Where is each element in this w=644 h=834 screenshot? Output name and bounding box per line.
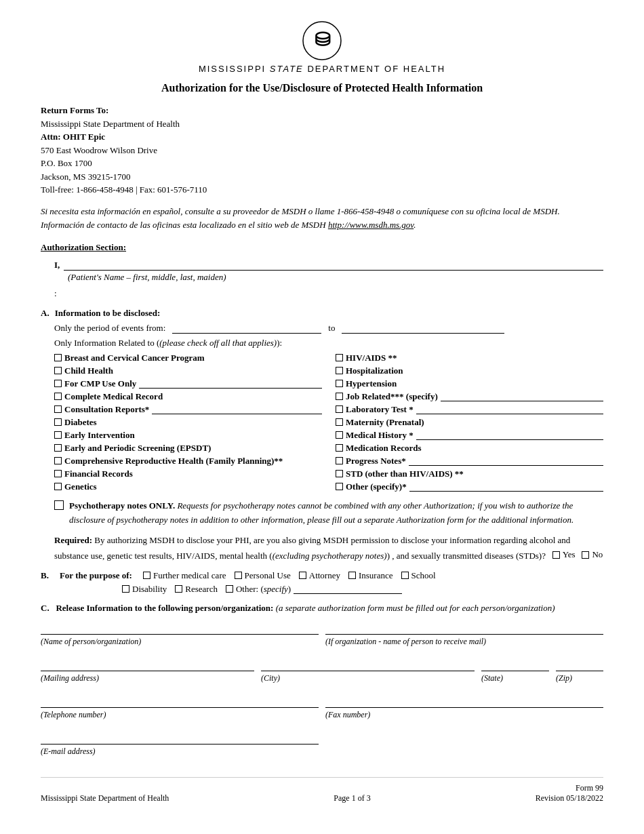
purpose-research-checkbox[interactable] <box>175 585 182 593</box>
purpose-other-field[interactable] <box>294 584 402 594</box>
return-line6: Toll-free: 1-866-458-4948 | Fax: 601-576… <box>41 184 207 195</box>
i-label: I, <box>54 260 60 271</box>
no-checkbox-group: No <box>582 548 603 562</box>
section-c-title: Release Information to the following per… <box>56 603 273 613</box>
email-group: (E-mail address) <box>41 731 319 757</box>
address-row: (Mailing address) (City) (State) (Zip) <box>41 658 603 683</box>
checkbox-medication-records: Medication Records <box>336 443 603 454</box>
checkbox-family-planning: Comprehensive Reproductive Health (Famil… <box>54 456 322 466</box>
medical-history-field[interactable] <box>416 431 603 440</box>
mailing-address-label: (Mailing address) <box>41 673 254 683</box>
state-label: (State) <box>481 673 549 683</box>
checkbox-breast-cancer: Breast and Cervical Cancer Program <box>54 353 322 363</box>
purpose-personal-use-checkbox[interactable] <box>235 572 242 579</box>
org-name-text: Mississippi <box>199 64 270 74</box>
checkbox-other: Other (specify)* <box>336 481 603 492</box>
section-b-label: B. <box>41 570 49 581</box>
cmp-field[interactable] <box>139 379 322 389</box>
purpose-insurance-checkbox[interactable] <box>348 572 356 579</box>
zip-field[interactable] <box>556 658 603 671</box>
footer-revision: Revision 05/18/2022 <box>536 793 603 803</box>
section-b: B. For the purpose of: Further medical c… <box>41 570 603 595</box>
consultation-field[interactable] <box>152 405 322 414</box>
email-row: (E-mail address) <box>41 731 603 757</box>
checkbox-early-intervention: Early Intervention <box>54 430 322 441</box>
return-line5: Jackson, MS 39215-1700 <box>41 172 131 182</box>
authorization-section: Authorization Section: I, (Patient's Nam… <box>41 242 603 757</box>
purpose-row-1: B. For the purpose of: Further medical c… <box>41 570 603 581</box>
yes-checkbox[interactable] <box>552 551 560 559</box>
person-org-name-group: (Name of person/organization) <box>41 621 319 647</box>
no-checkbox[interactable] <box>582 551 589 559</box>
state-group: (State) <box>481 658 549 683</box>
svg-text:⛁: ⛁ <box>315 29 331 50</box>
return-line3: 570 East Woodrow Wilson Drive <box>41 145 157 155</box>
city-field[interactable] <box>261 658 475 671</box>
required-label: Required: <box>54 535 92 545</box>
checkbox-financial-records: Financial Records <box>54 469 322 479</box>
city-group: (City) <box>261 658 475 683</box>
purpose-insurance: Insurance <box>348 570 393 581</box>
patient-name-field[interactable] <box>64 258 603 271</box>
spanish-notice: Si necesita esta información en español,… <box>41 205 603 233</box>
msdh-url[interactable]: http://www.msdh.ms.gov <box>328 220 414 230</box>
purpose-research: Research <box>175 584 218 595</box>
period-to-field[interactable] <box>342 323 504 334</box>
purpose-school-checkbox[interactable] <box>401 572 409 579</box>
phone-field[interactable] <box>41 694 319 708</box>
fax-label: (Fax number) <box>325 710 603 720</box>
return-attn: Attn: OHIT Epic <box>41 132 105 142</box>
checkbox-maternity: Maternity (Prenatal) <box>336 417 603 428</box>
mail-person-field[interactable] <box>325 621 603 635</box>
section-c: C. Release Information to the following … <box>41 601 603 757</box>
purpose-disability-checkbox[interactable] <box>122 585 129 593</box>
purpose-disability: Disability <box>122 584 167 595</box>
return-label: Return Forms To: <box>41 105 108 115</box>
zip-group: (Zip) <box>556 658 603 683</box>
state-field[interactable] <box>481 658 549 671</box>
fax-field[interactable] <box>325 694 603 708</box>
email-field[interactable] <box>41 731 319 744</box>
checkboxes-grid: Breast and Cervical Cancer Program HIV/A… <box>54 353 603 492</box>
person-org-name-field[interactable] <box>41 621 319 635</box>
lab-test-field[interactable] <box>416 405 603 414</box>
name-row: (Name of person/organization) (If organi… <box>41 621 603 647</box>
purpose-other-checkbox[interactable] <box>226 585 233 593</box>
city-label: (City) <box>261 673 475 683</box>
purpose-row-2: Disability Research Other: (specify) <box>122 584 603 595</box>
footer-left: Mississippi State Department of Health <box>41 793 169 803</box>
job-related-field[interactable] <box>441 392 603 401</box>
checkbox-hospitalization: Hospitalization <box>336 365 603 376</box>
header: ⛁ Mississippi State Department of Health <box>41 20 603 74</box>
other-specify-field[interactable] <box>409 482 603 492</box>
footer-form: Form 99 <box>536 783 603 793</box>
purpose-further-medical: Further medical care <box>143 570 226 581</box>
mailing-address-field[interactable] <box>41 658 254 671</box>
purpose-further-medical-checkbox[interactable] <box>143 572 150 579</box>
page-title: Authorization for the Use/Disclosure of … <box>41 82 603 94</box>
checkbox-cmp: For CMP Use Only <box>54 378 322 389</box>
progress-notes-field[interactable] <box>409 456 603 466</box>
section-a-title: Information to be disclosed: <box>55 308 161 319</box>
patient-name-hint: (Patient's Name – first, middle, last, m… <box>68 272 603 283</box>
phone-group: (Telephone number) <box>41 694 319 720</box>
psychotherapy-section: Psychotherapy notes ONLY. Requests for p… <box>54 499 603 528</box>
section-b-title: For the purpose of: <box>60 570 132 581</box>
psychotherapy-checkbox[interactable] <box>54 500 64 510</box>
release-fields: (Name of person/organization) (If organi… <box>41 621 603 757</box>
checkbox-hiv-aids: HIV/AIDS ** <box>336 353 603 363</box>
fax-group: (Fax number) <box>325 694 603 720</box>
checkbox-complete-medical: Complete Medical Record <box>54 391 322 402</box>
checkbox-epsdt: Early and Periodic Screening (EPSDT) <box>54 443 322 454</box>
hereby-text: : <box>54 287 603 301</box>
checkbox-genetics: Genetics <box>54 481 322 492</box>
return-section: Return Forms To: Mississippi State Depar… <box>41 104 603 197</box>
patient-name-row: I, <box>54 258 603 271</box>
period-from-field[interactable] <box>172 323 321 334</box>
checkbox-child-health: Child Health <box>54 365 322 376</box>
section-a-label: A. <box>41 308 49 319</box>
purpose-attorney-checkbox[interactable] <box>299 572 306 579</box>
checkbox-progress-notes: Progress Notes* <box>336 456 603 466</box>
mail-person-label: (If organization - name of person to rec… <box>325 637 603 647</box>
checkbox-consultation: Consultation Reports* <box>54 404 322 415</box>
